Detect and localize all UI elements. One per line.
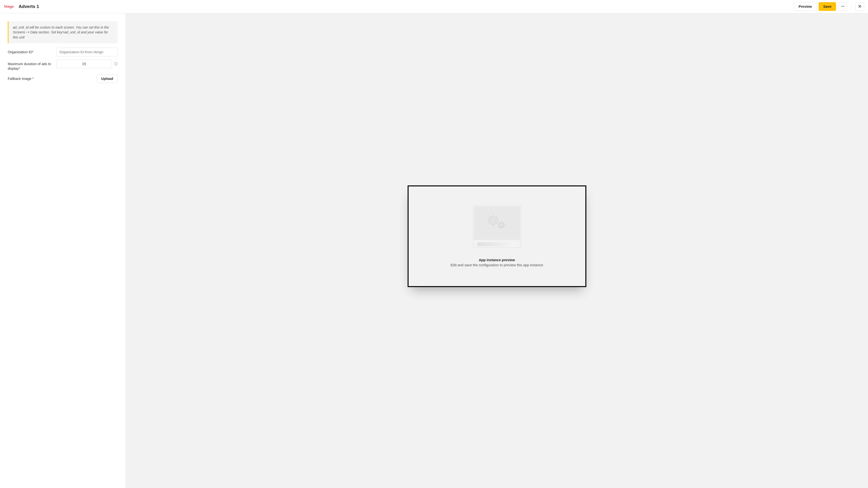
more-button[interactable] [838, 2, 847, 11]
svg-line-25 [503, 223, 504, 223]
org-id-input[interactable] [56, 48, 118, 56]
svg-line-17 [496, 223, 497, 224]
main: ad_unit_id will be custom to each screen… [0, 13, 868, 488]
svg-point-1 [842, 6, 843, 6]
fallback-row: Fallback image * Upload [8, 74, 118, 83]
svg-line-16 [490, 223, 490, 224]
save-button[interactable]: Save [818, 2, 836, 11]
svg-line-24 [499, 223, 499, 223]
preview-subtitle: Edit and save the configuration to previ… [451, 263, 543, 267]
header-actions: Preview Save [794, 2, 864, 11]
config-sidebar: ad_unit_id will be custom to each screen… [0, 13, 126, 488]
preview-frame: App instance preview Edit and save the c… [408, 186, 586, 287]
header-left: Vengo Adverts 1 [4, 4, 39, 9]
info-icon[interactable] [114, 62, 118, 66]
org-id-label: Organization ID* [8, 48, 54, 55]
preview-panel: App instance preview Edit and save the c… [126, 13, 868, 488]
svg-point-2 [843, 6, 844, 6]
more-icon [841, 4, 845, 9]
preview-placeholder [473, 205, 521, 248]
info-box: ad_unit_id will be custom to each screen… [8, 21, 118, 43]
preview-button[interactable]: Preview [794, 2, 816, 11]
svg-line-15 [496, 217, 497, 218]
org-id-row: Organization ID* [8, 48, 118, 56]
upload-button[interactable]: Upload [97, 74, 118, 83]
svg-point-19 [499, 223, 504, 228]
header: Vengo Adverts 1 Preview Save [0, 0, 868, 13]
svg-line-26 [499, 227, 499, 228]
placeholder-image [474, 206, 520, 240]
svg-point-8 [491, 218, 495, 223]
svg-line-14 [490, 217, 490, 218]
svg-line-27 [503, 227, 504, 228]
page-title: Adverts 1 [19, 4, 39, 9]
close-icon [858, 5, 862, 9]
preview-title: App instance preview [479, 258, 515, 262]
svg-point-9 [489, 216, 497, 224]
gears-icon [485, 214, 508, 233]
placeholder-bar [477, 242, 517, 246]
close-button[interactable] [855, 2, 864, 11]
logo: Vengo [4, 4, 14, 9]
duration-row: Maximum duration of ads to display* [8, 60, 118, 71]
duration-label: Maximum duration of ads to display* [8, 60, 54, 71]
duration-input[interactable] [56, 60, 112, 68]
svg-point-7 [116, 63, 116, 63]
fallback-label: Fallback image * [8, 74, 54, 82]
svg-point-18 [500, 224, 503, 227]
svg-point-0 [841, 6, 842, 6]
